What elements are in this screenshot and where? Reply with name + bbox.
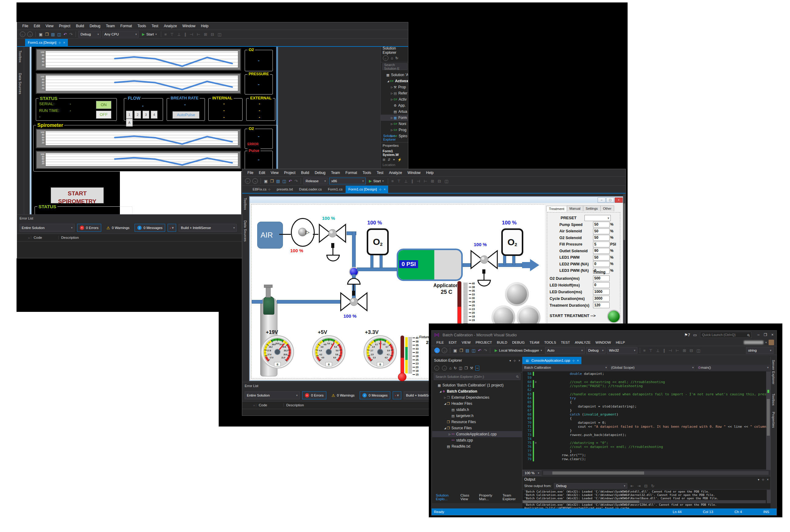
forward-icon[interactable]: → <box>27 32 33 37</box>
code-line[interactable]: 78 row.str(""); <box>522 453 770 457</box>
open-icon[interactable]: ❐ <box>459 348 464 353</box>
zoom-combo[interactable]: 100 %▾ <box>522 470 541 476</box>
menu-item[interactable]: Debug <box>312 171 328 175</box>
menu-item[interactable]: Tools <box>360 171 374 175</box>
redo-icon[interactable]: ↷ <box>483 348 488 353</box>
start-button[interactable]: ▶Start▾ <box>367 179 385 183</box>
config-combo[interactable]: Release▾ <box>303 178 328 184</box>
tree-item[interactable]: ▷▦Form <box>381 115 408 121</box>
code-line[interactable]: 60⊟ //cout << datastring << endl; //trou… <box>522 380 770 384</box>
new-file-icon[interactable]: ▣ <box>453 348 457 353</box>
menu-item[interactable]: Test <box>374 171 386 175</box>
menu-item[interactable]: Help <box>198 24 211 28</box>
menu-item[interactable]: FILE <box>434 341 446 344</box>
solution-search-input[interactable]: Search Solution Explorer (Ctrl+;) ⚲ <box>434 373 521 380</box>
panel-tab[interactable]: Property Man... <box>476 493 500 502</box>
close-icon[interactable]: × <box>384 188 386 191</box>
redo-icon[interactable]: ↷ <box>294 179 298 184</box>
tab-consoleapplication1[interactable]: ▤ ConsoleApplication1.cpp ⊹ × <box>522 357 581 364</box>
undo-icon[interactable]: ↶ <box>288 179 293 184</box>
error-scope-combo[interactable]: Entire Solution▾ <box>20 224 75 232</box>
navigate-back-icon[interactable]: ← <box>434 348 440 353</box>
properties-icon[interactable]: ⚒ <box>470 366 473 370</box>
local-windows-debugger-button[interactable]: ▶Local Windows Debugger▾ <box>493 348 544 353</box>
open-icon[interactable]: ❐ <box>44 32 49 37</box>
menu-item[interactable]: TEAM <box>527 341 542 344</box>
code-line[interactable]: 68 catch (invalid_argument) <box>522 413 770 416</box>
form-maximize-button[interactable]: ▢ <box>606 197 614 203</box>
menu-item[interactable]: TEST <box>559 341 572 344</box>
timing-input[interactable]: 3000 <box>593 296 609 302</box>
param-input[interactable]: 0 <box>593 261 609 267</box>
tree-item[interactable]: ▷C#Noni <box>381 121 408 127</box>
column-code[interactable]: Code <box>256 403 284 407</box>
start-treatment-led-button[interactable] <box>607 310 621 323</box>
back-icon[interactable]: ← <box>20 32 25 37</box>
menu-item[interactable]: Edit <box>31 24 43 28</box>
flow-preset-button[interactable]: 1 <box>126 111 133 119</box>
document-tab[interactable]: DataLoader.cs <box>296 186 325 193</box>
pending-changes-icon[interactable]: ↻ <box>454 366 457 370</box>
tab-data-sources[interactable]: Data Sources <box>18 73 22 94</box>
dropdown-icon[interactable]: ▾ <box>510 359 511 362</box>
tab-form1-design[interactable]: Form1.cs [Design]⊹× <box>345 186 389 193</box>
code-line[interactable]: 79 row.clear(); <box>522 457 770 461</box>
param-input[interactable]: 50 <box>593 228 609 234</box>
tree-item[interactable]: ◢❖Batch Calibration <box>432 388 522 394</box>
menu-item[interactable]: Project <box>56 24 73 28</box>
forward-icon[interactable]: → <box>442 366 447 370</box>
tree-item[interactable]: ◢C#Activox <box>381 78 408 84</box>
code-line[interactable]: 75⊟ //datastring = "0"; <box>522 441 770 445</box>
tree-item[interactable]: ❐Resource Files <box>432 419 522 425</box>
menu-item[interactable]: Team <box>328 171 342 175</box>
platform-combo[interactable]: Any CPU▾ <box>102 31 139 38</box>
sort-icon[interactable]: ▵ <box>242 404 256 407</box>
code-line[interactable]: 62 <box>522 388 770 392</box>
menu-item[interactable]: WINDOW <box>593 341 613 344</box>
collapse-all-icon[interactable]: ◫ <box>459 366 462 370</box>
find-combo[interactable]: string▾ <box>746 347 773 354</box>
timing-input[interactable]: 0 <box>593 282 609 288</box>
dropdown-icon[interactable]: ▾ <box>758 478 759 481</box>
menu-item[interactable]: ANALYZE <box>572 341 593 344</box>
solution-explorer-bottom-tab[interactable]: Solution Explorer <box>381 133 408 142</box>
menu-item[interactable]: View <box>268 171 281 175</box>
output-hscrollbar[interactable] <box>522 500 766 503</box>
new-file-icon[interactable]: ▣ <box>263 179 268 184</box>
code-lines[interactable]: 58 double datapoint;5960⊟ //cout << data… <box>522 371 770 462</box>
close-icon[interactable]: × <box>519 359 520 362</box>
menu-item[interactable]: View <box>43 24 56 28</box>
off-button[interactable]: OFF <box>96 111 111 119</box>
menu-item[interactable]: Tools <box>135 24 149 28</box>
tree-item[interactable]: ◢❐Header Files <box>432 401 522 407</box>
save-icon[interactable]: ▤ <box>51 32 55 37</box>
home-icon[interactable]: ⌂ <box>391 56 393 60</box>
tree-item[interactable]: ▷C#Prog <box>381 127 408 133</box>
show-all-files-icon[interactable]: ❐ <box>465 366 468 370</box>
warnings-filter-button[interactable]: ⚠0 Warnings <box>329 391 357 399</box>
menu-item[interactable]: Analyze <box>386 171 405 175</box>
save-all-icon[interactable]: ◫ <box>471 348 476 353</box>
pin-icon[interactable]: ⊹ <box>58 41 61 44</box>
config-combo[interactable]: Debug▾ <box>78 31 101 38</box>
flow-preset-button[interactable]: 4 <box>151 111 157 119</box>
menu-item[interactable]: Build <box>298 171 312 175</box>
pin-icon[interactable]: ⊹ <box>513 359 516 362</box>
config-combo[interactable]: Debug▾ <box>586 347 606 354</box>
form-close-button[interactable]: × <box>615 197 623 203</box>
pin-icon[interactable]: ⊹ <box>572 359 575 362</box>
close-icon[interactable]: × <box>577 359 579 362</box>
panel-tab[interactable]: Team Explorer <box>500 493 522 502</box>
user-avatar[interactable] <box>769 340 774 345</box>
pin-icon[interactable]: ⊹ <box>379 188 381 191</box>
code-line[interactable]: 65 { <box>522 400 770 404</box>
on-button[interactable]: ON <box>96 101 111 109</box>
save-all-icon[interactable]: ◫ <box>282 179 286 184</box>
tab-toolbox[interactable]: Toolbox <box>243 198 247 210</box>
tab-properties[interactable]: Properties <box>772 412 775 428</box>
close-icon[interactable]: × <box>767 478 769 481</box>
back-icon[interactable]: ← <box>245 178 250 184</box>
code-line[interactable]: 59 <box>522 376 770 380</box>
menu-item[interactable]: PROJECT <box>473 341 494 344</box>
messages-filter-button[interactable]: i0 Messages <box>360 391 390 399</box>
